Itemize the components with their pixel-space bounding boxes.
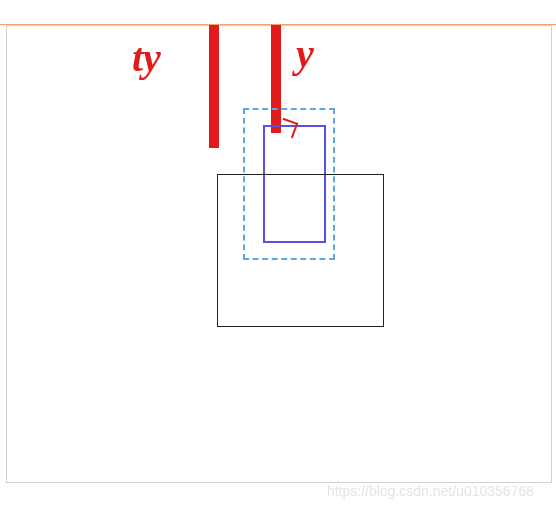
watermark-text: https://blog.csdn.net/u010356768 <box>327 483 534 499</box>
black-rectangle <box>217 174 384 327</box>
label-y: y <box>296 34 314 74</box>
label-ty: ty <box>132 38 161 78</box>
diagram-stage: ty y https://blog.csdn.net/u010356768 <box>0 0 556 507</box>
red-bar-left <box>209 25 219 148</box>
